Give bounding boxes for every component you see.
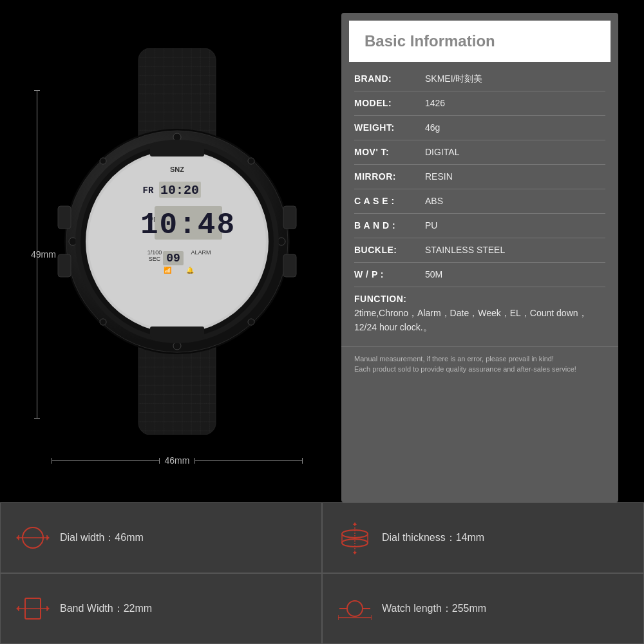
- buckle-val: STAINLESS STEEL: [425, 243, 605, 257]
- info-title: Basic Information: [365, 32, 495, 50]
- note-line1: Manual measurement, if there is an error…: [354, 354, 605, 365]
- dial-thickness-text: Dial thickness：14mm: [382, 531, 484, 545]
- info-note: Manual measurement, if there is an error…: [341, 346, 618, 383]
- watch-length-value: 255mm: [452, 603, 486, 614]
- svg-text:🔔: 🔔: [186, 266, 194, 274]
- function-val: 2time,Chrono，Alarm，Date，Week，EL，Count do…: [354, 306, 605, 335]
- dial-width-icon: [16, 521, 50, 554]
- svg-rect-19: [283, 254, 296, 277]
- dial-width-value: 46mm: [115, 532, 143, 543]
- watch-image: SNZ FR 10:20 PM 10:48 1/100 SEC 09 ALARM: [39, 32, 316, 451]
- brand-key: BRAND:: [354, 72, 425, 86]
- band-row: B A N D : PU: [354, 214, 605, 238]
- case-key: C A S E :: [354, 194, 425, 208]
- svg-text:FR: FR: [143, 185, 154, 196]
- model-key: MODEL:: [354, 97, 425, 110]
- mirror-key: MIRROR:: [354, 170, 425, 184]
- note-line2: Each product sold to provide quality ass…: [354, 364, 605, 375]
- band-width-value: 22mm: [124, 603, 152, 614]
- svg-rect-38: [150, 145, 204, 156]
- dial-thickness-icon: [338, 521, 372, 554]
- brand-val: SKMEI/时刻美: [425, 72, 605, 86]
- width-label: 46mm: [160, 455, 195, 466]
- svg-rect-18: [283, 206, 296, 229]
- svg-text:ALARM: ALARM: [191, 249, 211, 256]
- svg-text:📶: 📶: [164, 266, 172, 274]
- buckle-key: BUCKLE:: [354, 243, 425, 257]
- brand-row: BRAND: SKMEI/时刻美: [354, 67, 605, 91]
- movt-val: DIGITAL: [425, 146, 605, 159]
- band-width-label: Band Width：: [60, 603, 124, 614]
- svg-text:SNZ: SNZ: [170, 166, 184, 173]
- band-val: PU: [425, 219, 605, 232]
- weight-val: 46g: [425, 121, 605, 135]
- function-key: FUNCTION:: [354, 292, 425, 306]
- watch-length-label: Watch length：: [382, 603, 452, 614]
- svg-point-15: [248, 319, 254, 325]
- band-width-text: Band Width：22mm: [60, 602, 152, 616]
- svg-point-12: [100, 158, 106, 164]
- svg-text:1/100: 1/100: [147, 249, 162, 256]
- bottom-bar: Dial width：46mm Dial thickness：14mm: [0, 502, 644, 644]
- wp-val: 50M: [425, 268, 605, 281]
- watch-length-cell: Watch length：255mm: [322, 573, 644, 644]
- dial-width-text: Dial width：46mm: [60, 531, 144, 545]
- weight-row: WEIGHT: 46g: [354, 116, 605, 140]
- mirror-row: MIRROR: RESIN: [354, 165, 605, 189]
- band-width-cell: Band Width：22mm: [0, 573, 322, 644]
- info-rows: BRAND: SKMEI/时刻美 MODEL: 1426 WEIGHT: 46g…: [341, 62, 618, 346]
- info-title-bar: Basic Information: [349, 21, 611, 62]
- watch-length-icon: [338, 592, 372, 625]
- buckle-row: BUCKLE: STAINLESS STEEL: [354, 238, 605, 263]
- movt-key: MOV' T:: [354, 146, 425, 159]
- svg-rect-17: [58, 254, 71, 277]
- function-row: FUNCTION: 2time,Chrono，Alarm，Date，Week，E…: [354, 287, 605, 340]
- svg-rect-39: [150, 327, 204, 338]
- dial-thickness-value: 14mm: [456, 532, 484, 543]
- movt-row: MOV' T: DIGITAL: [354, 140, 605, 165]
- dial-thickness-cell: Dial thickness：14mm: [322, 502, 644, 573]
- model-val: 1426: [425, 97, 605, 110]
- svg-point-13: [248, 158, 254, 164]
- case-val: ABS: [425, 194, 605, 208]
- svg-text:10:20: 10:20: [160, 183, 199, 198]
- svg-marker-51: [353, 522, 357, 525]
- dial-width-cell: Dial width：46mm: [0, 502, 322, 573]
- svg-text:SEC: SEC: [149, 256, 161, 262]
- svg-rect-16: [58, 206, 71, 229]
- svg-marker-52: [353, 552, 357, 554]
- svg-point-14: [100, 319, 106, 325]
- weight-key: WEIGHT:: [354, 121, 425, 135]
- watch-length-text: Watch length：255mm: [382, 602, 486, 616]
- dial-thickness-label: Dial thickness：: [382, 532, 456, 543]
- dial-width-label: Dial width：: [60, 532, 115, 543]
- svg-text:09: 09: [166, 252, 180, 265]
- wp-row: W / P : 50M: [354, 263, 605, 287]
- wp-key: W / P :: [354, 268, 425, 281]
- width-dimension: 46mm: [52, 454, 303, 467]
- case-row: C A S E : ABS: [354, 189, 605, 214]
- svg-text:10:48: 10:48: [140, 209, 236, 242]
- band-key: B A N D :: [354, 219, 425, 232]
- band-width-icon: [16, 592, 50, 625]
- svg-point-59: [347, 601, 363, 616]
- watch-area: 49mm: [0, 0, 341, 502]
- model-row: MODEL: 1426: [354, 91, 605, 116]
- mirror-val: RESIN: [425, 170, 605, 184]
- info-panel: Basic Information BRAND: SKMEI/时刻美 MODEL…: [341, 13, 618, 502]
